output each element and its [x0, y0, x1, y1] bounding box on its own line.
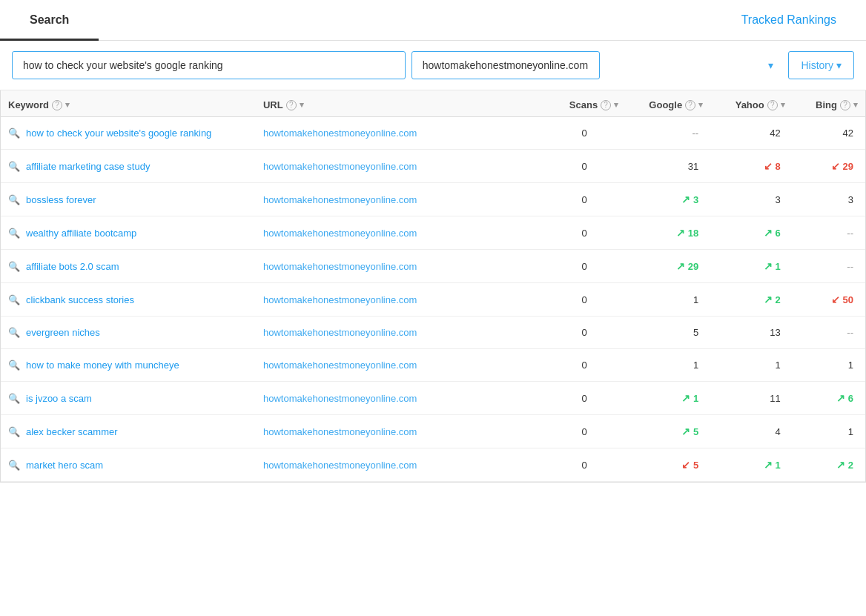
bing-sort-icon: ▾	[853, 101, 858, 109]
url-cell[interactable]: howtomakehonestmoneyonline.com	[256, 216, 547, 250]
google-cell: ↗ 3	[626, 183, 710, 216]
keyword-input[interactable]	[12, 51, 406, 79]
scans-cell: 0	[547, 150, 626, 183]
search-icon: 🔍	[8, 127, 20, 139]
google-sort-icon: ▾	[698, 101, 703, 109]
bing-cell: 42	[793, 117, 865, 150]
results-table-container: Keyword ? ▾ URL ? ▾ Scans ?	[0, 90, 866, 483]
col-header-scans[interactable]: Scans ? ▾	[547, 90, 626, 117]
keyword-cell[interactable]: 🔍 clickbank success stories	[1, 283, 256, 317]
url-cell[interactable]: howtomakehonestmoneyonline.com	[256, 349, 547, 382]
bing-cell: ↙ 29	[793, 150, 865, 183]
col-header-bing[interactable]: Bing ? ▾	[793, 90, 865, 117]
scans-info-icon: ?	[601, 100, 611, 110]
col-header-google[interactable]: Google ? ▾	[626, 90, 710, 117]
table-row: 🔍 market hero scam howtomakehonestmoneyo…	[1, 448, 865, 482]
url-cell[interactable]: howtomakehonestmoneyonline.com	[256, 448, 547, 482]
search-icon: 🔍	[8, 426, 20, 437]
bing-cell: ↗ 6	[793, 382, 865, 415]
results-table: Keyword ? ▾ URL ? ▾ Scans ?	[1, 90, 865, 482]
scans-cell: 0	[547, 382, 626, 415]
url-info-icon: ?	[286, 100, 297, 110]
keyword-cell[interactable]: 🔍 wealthy affiliate bootcamp	[1, 216, 256, 250]
search-bar: howtomakehonestmoneyonline.com History	[0, 41, 866, 90]
keyword-cell[interactable]: 🔍 is jvzoo a scam	[1, 382, 256, 415]
url-cell[interactable]: howtomakehonestmoneyonline.com	[256, 317, 547, 349]
scans-cell: 0	[547, 283, 626, 317]
yahoo-cell: 11	[710, 382, 793, 415]
url-cell[interactable]: howtomakehonestmoneyonline.com	[256, 250, 547, 283]
table-row: 🔍 bossless forever howtomakehonestmoneyo…	[1, 183, 865, 216]
yahoo-cell: 3	[710, 183, 793, 216]
table-row: 🔍 wealthy affiliate bootcamp howtomakeho…	[1, 216, 865, 250]
table-row: 🔍 how to check your website's google ran…	[1, 117, 865, 150]
keyword-sort-icon: ▾	[65, 101, 70, 109]
bing-cell: 1	[793, 415, 865, 448]
url-cell[interactable]: howtomakehonestmoneyonline.com	[256, 183, 547, 216]
yahoo-sort-icon: ▾	[781, 101, 785, 109]
col-header-keyword[interactable]: Keyword ? ▾	[1, 90, 256, 117]
bing-cell: ↗ 2	[793, 448, 865, 482]
url-cell[interactable]: howtomakehonestmoneyonline.com	[256, 150, 547, 183]
url-cell[interactable]: howtomakehonestmoneyonline.com	[256, 283, 547, 317]
google-cell: 1	[626, 349, 710, 382]
url-cell[interactable]: howtomakehonestmoneyonline.com	[256, 117, 547, 150]
yahoo-cell: 42	[710, 117, 793, 150]
google-info-icon: ?	[685, 100, 695, 110]
search-icon: 🔍	[8, 393, 20, 404]
url-sort-icon: ▾	[300, 101, 304, 109]
scans-cell: 0	[547, 216, 626, 250]
scans-cell: 0	[547, 250, 626, 283]
history-label: History	[801, 59, 833, 71]
tab-tracked-label: Tracked Rankings	[741, 13, 836, 26]
keyword-cell[interactable]: 🔍 affiliate marketing case study	[1, 150, 256, 183]
col-header-yahoo[interactable]: Yahoo ? ▾	[710, 90, 793, 117]
keyword-cell[interactable]: 🔍 evergreen niches	[1, 317, 256, 349]
scans-cell: 0	[547, 183, 626, 216]
scans-cell: 0	[547, 415, 626, 448]
scans-cell: 0	[547, 317, 626, 349]
table-header-row: Keyword ? ▾ URL ? ▾ Scans ?	[1, 90, 865, 117]
search-icon: 🔍	[8, 294, 20, 305]
url-cell[interactable]: howtomakehonestmoneyonline.com	[256, 382, 547, 415]
search-icon: 🔍	[8, 327, 20, 338]
tab-search-label: Search	[30, 13, 69, 26]
scans-sort-icon: ▾	[614, 101, 618, 109]
keyword-cell[interactable]: 🔍 how to make money with muncheye	[1, 349, 256, 382]
yahoo-cell: ↙ 8	[710, 150, 793, 183]
google-cell: --	[626, 117, 710, 150]
search-icon: 🔍	[8, 194, 20, 205]
table-row: 🔍 how to make money with muncheye howtom…	[1, 349, 865, 382]
keyword-cell[interactable]: 🔍 alex becker scammer	[1, 415, 256, 448]
bing-cell: 1	[793, 349, 865, 382]
yahoo-cell: 13	[710, 317, 793, 349]
tab-tracked-rankings[interactable]: Tracked Rankings	[712, 0, 866, 40]
scans-cell: 0	[547, 117, 626, 150]
yahoo-cell: ↗ 2	[710, 283, 793, 317]
table-row: 🔍 evergreen niches howtomakehonestmoneyo…	[1, 317, 865, 349]
table-body: 🔍 how to check your website's google ran…	[1, 117, 865, 482]
yahoo-cell: ↗ 1	[710, 448, 793, 482]
history-button[interactable]: History	[788, 51, 854, 79]
google-cell: 31	[626, 150, 710, 183]
yahoo-cell: ↗ 6	[710, 216, 793, 250]
google-cell: ↙ 5	[626, 448, 710, 482]
keyword-cell[interactable]: 🔍 how to check your website's google ran…	[1, 117, 256, 150]
bing-cell: 3	[793, 183, 865, 216]
table-row: 🔍 affiliate bots 2.0 scam howtomakehones…	[1, 250, 865, 283]
search-icon: 🔍	[8, 460, 20, 471]
search-icon: 🔍	[8, 228, 20, 239]
keyword-cell[interactable]: 🔍 bossless forever	[1, 183, 256, 216]
tab-search[interactable]: Search	[0, 0, 99, 40]
keyword-cell[interactable]: 🔍 market hero scam	[1, 448, 256, 482]
url-cell[interactable]: howtomakehonestmoneyonline.com	[256, 415, 547, 448]
tab-bar: Search Tracked Rankings	[0, 0, 866, 41]
url-select[interactable]: howtomakehonestmoneyonline.com	[411, 51, 600, 79]
col-header-url[interactable]: URL ? ▾	[256, 90, 547, 117]
keyword-cell[interactable]: 🔍 affiliate bots 2.0 scam	[1, 250, 256, 283]
bing-info-icon: ?	[840, 100, 850, 110]
bing-cell: --	[793, 250, 865, 283]
yahoo-cell: 4	[710, 415, 793, 448]
yahoo-info-icon: ?	[767, 100, 778, 110]
google-cell: ↗ 5	[626, 415, 710, 448]
